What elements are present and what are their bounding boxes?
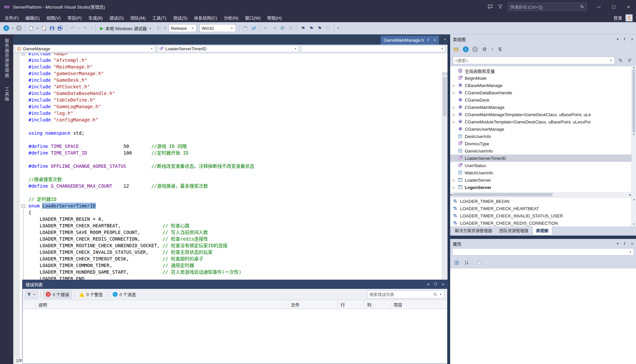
close-tab-icon[interactable]: ×: [433, 38, 436, 43]
menu-item[interactable]: 工具(T): [149, 13, 170, 22]
column-header[interactable]: 文件: [288, 300, 338, 309]
menu-item[interactable]: 体系结构(C): [190, 13, 220, 22]
column-header-icon[interactable]: [23, 300, 36, 309]
maximize-button[interactable]: □: [606, 0, 621, 13]
tab-list-dropdown-icon[interactable]: ▾: [444, 38, 446, 41]
menu-item[interactable]: 分析(N): [221, 13, 242, 22]
add-item-icon[interactable]: [40, 24, 47, 32]
side-tool-tab[interactable]: 工具箱: [4, 87, 10, 102]
fold-collapse-icon[interactable]: −: [22, 204, 25, 208]
save-all-icon[interactable]: [57, 24, 64, 32]
uncomment-icon[interactable]: [287, 24, 294, 32]
comment-icon[interactable]: [279, 24, 286, 32]
column-header[interactable]: 行: [338, 300, 364, 309]
expander-icon[interactable]: ▷: [452, 120, 456, 124]
tree-item[interactable]: ▷CGameMainManage: [450, 104, 631, 111]
tree-item[interactable]: GameUserInfo: [450, 147, 631, 155]
member-dropdown[interactable]: ▾: [301, 45, 446, 52]
new-folder-button[interactable]: [452, 45, 460, 53]
scrollbar-thumb[interactable]: [443, 77, 447, 116]
tree-vertical-scrollbar[interactable]: ▲▼: [631, 66, 636, 192]
selected-identifier[interactable]: LoaderServerTimerID: [42, 203, 95, 208]
window-position-icon[interactable]: ▾: [617, 37, 619, 41]
scrollbar-thumb[interactable]: [632, 69, 635, 132]
tree-item[interactable]: 全局函数和变量: [450, 67, 631, 74]
window-position-icon[interactable]: ▾: [617, 242, 619, 246]
dock-tab[interactable]: 团队资源管理器: [496, 226, 532, 235]
notifications-icon[interactable]: [495, 2, 505, 11]
start-debug-button[interactable]: ▶ 本地 Windows 调试器 ▾: [98, 25, 154, 31]
close-panel-icon[interactable]: ×: [631, 37, 633, 42]
member-list-item[interactable]: LOADER_TIMER_CHECK_HEARTBEAT: [450, 205, 631, 212]
close-button[interactable]: ×: [621, 0, 636, 13]
tree-item[interactable]: CGameUserManage: [450, 125, 631, 133]
project-scope-dropdown[interactable]: C GameManage ▾: [15, 45, 155, 52]
user-avatar-icon[interactable]: [625, 14, 633, 22]
indent-decrease-icon[interactable]: ⇤: [262, 24, 270, 32]
pin-icon[interactable]: [623, 242, 626, 246]
tree-item[interactable]: WatchUserInfo: [450, 169, 631, 176]
chevron-down-icon[interactable]: ▾: [609, 59, 612, 62]
tree-item[interactable]: ▷LoaderServer: [450, 176, 631, 184]
menu-item[interactable]: 视图(V): [43, 13, 64, 22]
menu-item[interactable]: 帮助(H): [264, 13, 285, 22]
errors-toggle-button[interactable]: ✕ 0 个错误: [43, 291, 72, 298]
warnings-toggle-button[interactable]: 0 个警告: [77, 291, 105, 298]
scrollbar-thumb[interactable]: [453, 193, 553, 196]
tree-item[interactable]: ▷CBaseMainManage: [450, 82, 631, 89]
fold-collapse-icon[interactable]: −: [22, 53, 25, 56]
type-dropdown[interactable]: LoaderServerTimerID ▾: [157, 45, 299, 52]
new-file-dropdown-icon[interactable]: ▾: [36, 27, 39, 30]
scroll-down-icon[interactable]: ▼: [633, 223, 635, 226]
close-panel-icon[interactable]: ×: [631, 241, 633, 246]
bookmark-next-icon[interactable]: ⚑: [316, 24, 323, 32]
class-view-forward-icon[interactable]: ›: [472, 46, 478, 52]
chevron-down-icon[interactable]: ▾: [439, 293, 442, 296]
dock-tab[interactable]: 解决方案资源管理器: [451, 226, 496, 235]
sort-icon[interactable]: ⇅: [496, 45, 504, 53]
tree-item[interactable]: ▷CGameMainManageTemplate<GameDeskClass, …: [450, 111, 631, 118]
undo-icon[interactable]: ↶: [69, 24, 76, 32]
properties-body[interactable]: [450, 268, 636, 364]
scroll-up-icon[interactable]: ▲: [633, 198, 635, 201]
menu-item[interactable]: 文件(F): [1, 13, 22, 22]
menu-item[interactable]: 项目(P): [64, 13, 85, 22]
tree-item[interactable]: ▷CGameModuleTemplate<GameDeskClass, uBas…: [450, 118, 631, 125]
sign-in-button[interactable]: 登录: [613, 15, 622, 21]
tree-horizontal-scrollbar[interactable]: ◀▶: [450, 192, 631, 197]
search-icon[interactable]: [617, 57, 624, 64]
save-icon[interactable]: [48, 24, 56, 32]
property-pages-icon[interactable]: [475, 259, 483, 267]
attach-process-icon[interactable]: [242, 24, 249, 32]
properties-object-combo[interactable]: ▾: [452, 248, 634, 255]
document-tab[interactable]: GameMainManage.h ×: [381, 36, 439, 45]
class-view-search-box[interactable]: <搜索> ▾: [453, 57, 615, 64]
properties-header[interactable]: 属性 ▾ ×: [450, 239, 636, 248]
categorized-icon[interactable]: [453, 259, 461, 267]
bookmark-clear-icon[interactable]: ⚐: [324, 24, 332, 32]
class-view-header[interactable]: 类视图 ▾ ×: [450, 34, 636, 44]
tree-item[interactable]: DeskUserInfo: [450, 133, 631, 140]
tree-item[interactable]: LoaderServerTimerID: [450, 155, 631, 162]
class-view-settings-icon[interactable]: ⚙: [481, 45, 489, 53]
member-list-item[interactable]: LOADER_TIMER_CHECK_INVALID_STATUS_USER: [450, 212, 631, 219]
error-list-header[interactable]: 错误列表 ▾ ❐ ×: [23, 280, 447, 289]
expander-icon[interactable]: ▷: [452, 91, 456, 95]
filter-button[interactable]: ▾: [25, 291, 38, 298]
menu-item[interactable]: 生成(B): [85, 13, 106, 22]
expander-icon[interactable]: ▷: [452, 84, 456, 87]
maximize-panel-icon[interactable]: ❐: [434, 282, 437, 287]
split-handle[interactable]: [442, 72, 448, 75]
pin-icon[interactable]: [623, 37, 626, 41]
bookmark-previous-icon[interactable]: ⚑: [308, 24, 315, 32]
toolbar-overflow-icon[interactable]: ▾: [337, 27, 340, 30]
member-list-item[interactable]: LOADER_TIMER_CHECK_REDIS_CONNECTION: [450, 219, 631, 226]
solution-platform-combo[interactable]: Win32 ▾: [199, 24, 236, 32]
tree-item[interactable]: DismissType: [450, 140, 631, 147]
restart-dropdown-icon[interactable]: ▾: [163, 27, 167, 30]
undo-dropdown-icon[interactable]: ▾: [77, 27, 80, 30]
error-list-body[interactable]: [23, 309, 447, 364]
sync-icon[interactable]: ⇄: [250, 24, 257, 32]
dock-tab[interactable]: 类视图: [532, 226, 552, 235]
menu-item[interactable]: 编辑(E): [22, 13, 43, 22]
